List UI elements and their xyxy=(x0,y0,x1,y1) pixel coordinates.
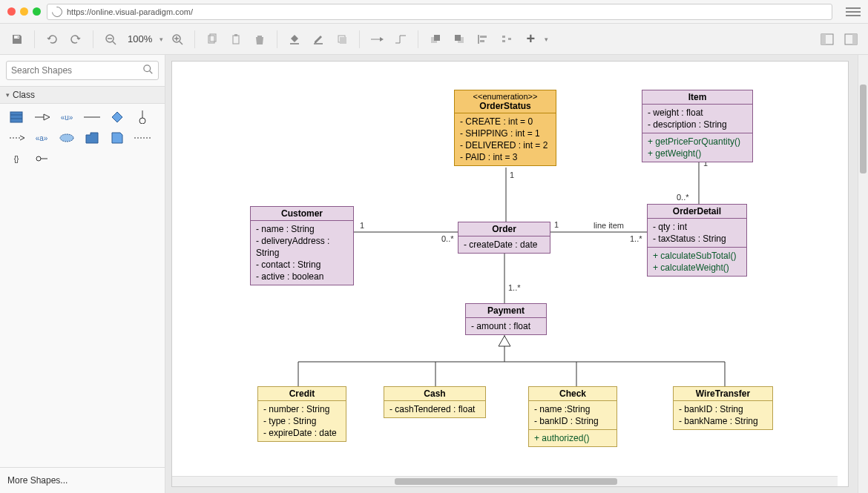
palette-package[interactable] xyxy=(82,130,102,145)
class-customer[interactable]: Customer - name : String - deliveryAddre… xyxy=(250,206,354,285)
mult-status-top: 1 xyxy=(510,171,514,179)
cash-attrs: - cashTendered : float xyxy=(384,401,485,417)
main-toolbar: 100% ▾ + ▾ xyxy=(0,24,868,55)
check-ops: + authorized() xyxy=(529,430,617,446)
palette-aggregation[interactable] xyxy=(107,110,128,125)
palette-class-shape[interactable] xyxy=(6,110,27,125)
delete-button[interactable] xyxy=(250,30,269,49)
palette-association[interactable] xyxy=(82,110,102,125)
palette-realization[interactable] xyxy=(31,151,52,166)
class-check[interactable]: Check - name :String - bankID : String +… xyxy=(528,386,617,447)
add-button[interactable]: + xyxy=(521,30,540,49)
browser-titlebar: https://online.visual-paradigm.com/ xyxy=(0,0,868,24)
menu-icon[interactable] xyxy=(846,7,861,16)
palette-abstraction[interactable]: «a» xyxy=(31,130,52,145)
maximize-window[interactable] xyxy=(33,7,41,16)
zoom-out-button[interactable] xyxy=(101,30,120,49)
horizontal-scrollbar[interactable] xyxy=(172,476,838,486)
category-class[interactable]: Class xyxy=(0,86,165,104)
zoom-in-button[interactable] xyxy=(168,30,187,49)
svg-line-31 xyxy=(150,70,153,73)
redo-button[interactable] xyxy=(66,30,85,49)
more-shapes-link[interactable]: More Shapes... xyxy=(0,467,165,493)
class-orderdetail[interactable]: OrderDetail - qty : int - taxStatus : St… xyxy=(647,204,747,277)
order-attrs: - createDate : date xyxy=(458,236,550,253)
shadow-button[interactable] xyxy=(332,30,352,49)
item-attrs: - weight : float - description : String xyxy=(642,105,752,133)
class-item[interactable]: Item - weight : float - description : St… xyxy=(642,90,753,162)
svg-rect-23 xyxy=(502,36,505,38)
svg-rect-22 xyxy=(480,40,484,42)
to-back-button[interactable] xyxy=(450,30,469,49)
check-attrs: - name :String - bankID : String xyxy=(529,401,617,430)
undo-button[interactable] xyxy=(42,30,62,49)
svg-rect-29 xyxy=(852,34,857,44)
url-bar[interactable]: https://online.visual-paradigm.com/ xyxy=(47,4,832,20)
waypoint-button[interactable] xyxy=(391,30,410,49)
shape-palette: «u» «a» {} xyxy=(0,104,165,172)
line-color-button[interactable] xyxy=(309,30,328,49)
distribute-button[interactable] xyxy=(497,30,516,49)
credit-attrs: - number : String - type : String - expi… xyxy=(258,401,346,441)
svg-point-42 xyxy=(36,156,41,161)
svg-line-4 xyxy=(180,42,183,44)
fill-color-button[interactable] xyxy=(285,30,304,49)
mult-cust-right: 0..* xyxy=(441,234,454,243)
palette-constraint[interactable]: {} xyxy=(6,151,27,166)
outline-toggle-button[interactable] xyxy=(818,30,837,49)
palette-anchor[interactable] xyxy=(132,130,153,145)
class-orderstatus[interactable]: <<enumeration>>OrderStatus - CREATE : in… xyxy=(454,90,556,166)
mult-item-bottom: 0..* xyxy=(677,193,689,202)
canvas-area: 1 0..* 1 1 1..* line item 1 0..* 1..* Cu… xyxy=(165,55,868,493)
class-payment[interactable]: Payment - amount : float xyxy=(465,303,547,335)
copy-button[interactable] xyxy=(203,30,222,49)
search-shapes[interactable] xyxy=(6,61,159,80)
class-credit[interactable]: Credit - number : String - type : String… xyxy=(257,386,346,442)
align-button[interactable] xyxy=(473,30,493,49)
wiretransfer-attrs: - bankID : String - bankName : String xyxy=(674,401,772,429)
orderstatus-attrs: - CREATE : int = 0 - SHIPPING : int = 1 … xyxy=(455,113,556,165)
svg-rect-24 xyxy=(502,40,505,42)
zoom-level[interactable]: 100% xyxy=(125,33,155,44)
zoom-dropdown-icon[interactable]: ▾ xyxy=(160,36,163,43)
palette-note[interactable] xyxy=(107,130,128,145)
search-input[interactable] xyxy=(11,65,143,76)
paste-button[interactable] xyxy=(226,30,246,49)
palette-dependency[interactable] xyxy=(6,130,27,145)
svg-rect-19 xyxy=(455,35,461,41)
vertical-scrollbar[interactable] xyxy=(858,55,868,493)
palette-usage[interactable]: «u» xyxy=(56,110,77,125)
close-window[interactable] xyxy=(7,7,16,16)
svg-rect-9 xyxy=(233,36,239,44)
search-icon[interactable] xyxy=(143,64,154,77)
class-cash[interactable]: Cash - cashTendered : float xyxy=(384,386,486,418)
palette-interface[interactable] xyxy=(132,110,153,125)
reload-icon[interactable] xyxy=(50,4,65,19)
mult-payment: 1..* xyxy=(508,283,521,292)
palette-generalization[interactable] xyxy=(31,110,52,125)
to-front-button[interactable] xyxy=(426,30,445,49)
class-wiretransfer[interactable]: WireTransfer - bankID : String - bankNam… xyxy=(673,386,773,430)
connector-type-button[interactable] xyxy=(367,30,387,49)
mult-detail-right: 1..* xyxy=(630,234,642,243)
payment-attrs: - amount : float xyxy=(466,318,546,334)
svg-rect-17 xyxy=(434,35,440,41)
minimize-window[interactable] xyxy=(20,7,28,16)
svg-line-1 xyxy=(113,42,116,44)
assoc-label-lineitem: line item xyxy=(594,221,624,230)
orderdetail-attrs: - qty : int - taxStatus : String xyxy=(648,219,746,248)
svg-rect-11 xyxy=(290,43,299,44)
orderdetail-ops: + calculateSubTotal() + calculateWeight(… xyxy=(648,248,746,276)
svg-point-30 xyxy=(144,64,151,71)
class-order[interactable]: Order - createDate : date xyxy=(458,222,550,254)
palette-collaboration[interactable] xyxy=(56,130,77,145)
svg-rect-32 xyxy=(10,112,22,122)
item-ops: + getPriceForQuantity() + getWeight() xyxy=(642,133,752,162)
format-panel-toggle-button[interactable] xyxy=(841,30,861,49)
save-button[interactable] xyxy=(7,30,27,49)
add-dropdown-icon[interactable]: ▾ xyxy=(545,36,548,43)
mult-cust-left: 1 xyxy=(360,221,364,230)
diagram-canvas[interactable]: 1 0..* 1 1 1..* line item 1 0..* 1..* Cu… xyxy=(171,61,849,487)
svg-rect-21 xyxy=(480,36,487,38)
window-controls xyxy=(7,7,41,16)
